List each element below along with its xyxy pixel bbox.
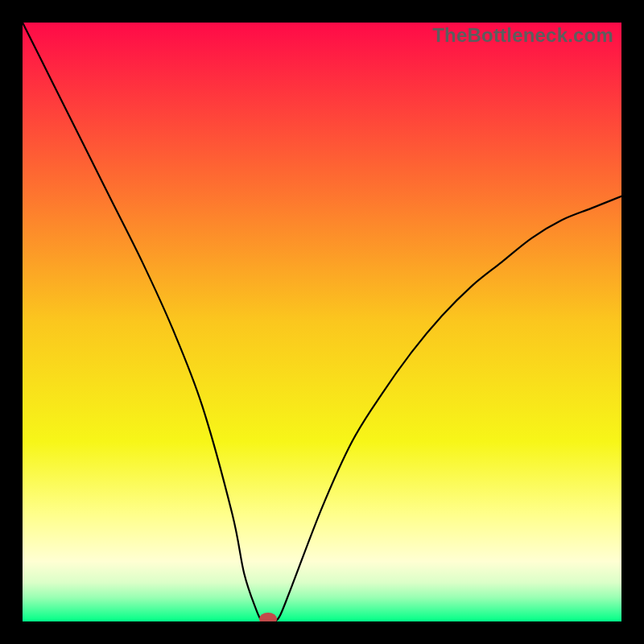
gradient-background xyxy=(23,23,621,621)
chart-frame: TheBottleneck.com xyxy=(0,0,644,644)
watermark-text: TheBottleneck.com xyxy=(432,24,613,47)
plot-area: TheBottleneck.com xyxy=(23,23,621,621)
chart-svg xyxy=(23,23,621,621)
